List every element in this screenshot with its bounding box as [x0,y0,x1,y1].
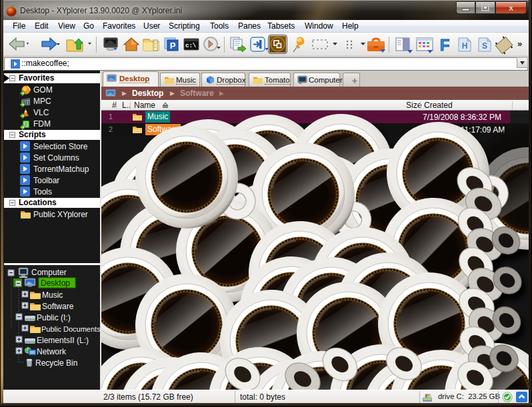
svg-text:Public Documents: Public Documents [41,325,100,333]
svg-text:Recycle Bin: Recycle Bin [35,358,77,368]
svg-text:Network: Network [37,347,67,356]
svg-text:Public (I:): Public (I:) [37,313,71,322]
svg-text:P: P [170,41,176,51]
svg-text:x: x [509,3,514,13]
svg-text:Software: Software [42,302,74,311]
svg-text:Music: Music [42,290,63,300]
svg-text:Computer: Computer [31,268,67,277]
svg-text:F: F [440,36,450,54]
svg-text:H: H [462,41,468,51]
svg-text:S: S [482,41,487,51]
svg-text:c:\: c:\ [185,43,197,49]
svg-text:ElementsII (L:): ElementsII (L:) [37,336,89,345]
svg-text:Desktop: Desktop [41,278,70,288]
